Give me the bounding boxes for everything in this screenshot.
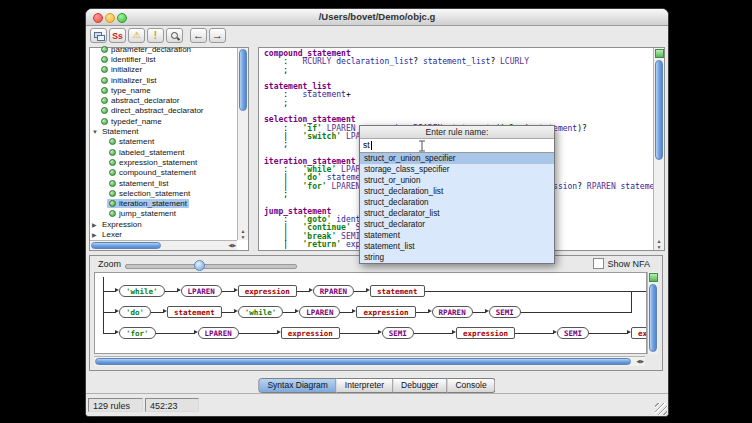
rule-suggestion-item[interactable]: statement_list bbox=[360, 241, 554, 252]
rule-suggestion-item[interactable]: statement bbox=[360, 230, 554, 241]
back-button[interactable]: ← bbox=[190, 28, 207, 43]
tree-item-type_name[interactable]: type_name bbox=[90, 85, 237, 95]
diagram-node-tok: SEMI bbox=[382, 327, 414, 339]
syntax-coloring-icon: Ss bbox=[112, 31, 122, 41]
code-line: ; bbox=[264, 67, 653, 75]
pane-splitter-button[interactable] bbox=[655, 49, 664, 58]
diagram-horizontal-scrollbar[interactable]: ◀▶ bbox=[94, 356, 645, 366]
show-nfa-label: Show NFA bbox=[607, 259, 650, 269]
rule-suggestion-item[interactable]: struct_declarator bbox=[360, 219, 554, 230]
zoom-label: Zoom bbox=[98, 259, 121, 269]
tree-item-statement[interactable]: statement bbox=[90, 137, 237, 147]
rule-icon bbox=[109, 180, 116, 187]
tree-item-compound_statement[interactable]: compound_statement bbox=[90, 168, 237, 178]
tree-item-expression_statement[interactable]: expression_statement bbox=[90, 157, 237, 167]
scroll-arrow-icons[interactable]: ▲▼ bbox=[238, 228, 248, 240]
text-caret bbox=[371, 141, 372, 150]
tree-item-content: identifier_list bbox=[99, 55, 157, 64]
tree-item-content: compound_statement bbox=[107, 168, 198, 177]
diagram-node-tok: SEMI bbox=[489, 306, 521, 318]
connector-arrow-icon bbox=[416, 305, 432, 319]
diagram-vertical-scrollbar[interactable] bbox=[647, 272, 658, 354]
tree-item-abstract_declarator[interactable]: abstract_declarator bbox=[90, 95, 237, 105]
diagram-vertical-scroll-thumb[interactable] bbox=[649, 284, 657, 352]
disclosure-triangle-icon[interactable]: ▶ bbox=[92, 231, 100, 238]
rules-count-field: 129 rules bbox=[88, 398, 143, 412]
tree-item-label: parameter_declaration bbox=[111, 45, 191, 54]
tree-item-parameter_declaration[interactable]: parameter_declaration bbox=[90, 44, 237, 54]
rule-name-input[interactable]: st bbox=[360, 139, 554, 153]
tree-item-label: statement bbox=[119, 137, 154, 146]
tree-item-expression[interactable]: ▶Expression bbox=[90, 219, 237, 229]
syntax-coloring-button[interactable]: Ss bbox=[109, 28, 126, 43]
scroll-arrow-icons[interactable]: ◀▶ bbox=[636, 357, 644, 366]
rule-list-button[interactable] bbox=[90, 28, 107, 43]
tree-item-statement_list[interactable]: statement_list bbox=[90, 178, 237, 188]
rule-suggestion-item[interactable]: struct_declaration bbox=[360, 197, 554, 208]
code-line: : statement+ bbox=[264, 91, 653, 99]
tree-horizontal-scrollbar[interactable]: ◀▶ bbox=[90, 240, 237, 250]
rule-icon bbox=[109, 169, 116, 176]
tree-item-initializer[interactable]: initializer bbox=[90, 65, 237, 75]
tree-item-content: jump_statement bbox=[107, 209, 178, 218]
diagram-node-lit: 'while' bbox=[238, 306, 284, 318]
diagram-horizontal-scroll-thumb[interactable] bbox=[95, 358, 631, 365]
tree-item-content: initializer_list bbox=[99, 76, 158, 85]
show-nfa-checkbox[interactable] bbox=[593, 258, 604, 269]
tree-horizontal-scroll-thumb[interactable] bbox=[91, 242, 161, 249]
editor-vertical-scrollbar[interactable]: ▲▼ bbox=[653, 48, 664, 250]
zoom-slider[interactable] bbox=[125, 264, 297, 269]
tab-console[interactable]: Console bbox=[447, 378, 495, 393]
rule-suggestion-item[interactable]: storage_class_specifier bbox=[360, 164, 554, 175]
rules-tree[interactable]: parameter_declarationidentifier_listinit… bbox=[90, 44, 237, 240]
zoom-slider-thumb[interactable] bbox=[194, 260, 205, 271]
tree-vertical-scroll-thumb[interactable] bbox=[239, 49, 247, 111]
tree-item-statement[interactable]: ▼Statement bbox=[90, 126, 237, 136]
tab-debugger[interactable]: Debugger bbox=[393, 378, 447, 393]
tree-item-initializer_list[interactable]: initializer_list bbox=[90, 75, 237, 85]
pane-splitter-button[interactable] bbox=[649, 273, 658, 282]
ideas-button[interactable]: ! bbox=[147, 28, 164, 43]
editor-vertical-scroll-thumb[interactable] bbox=[655, 60, 663, 160]
connector-arrow-icon bbox=[151, 305, 167, 319]
connector-arrow-icon bbox=[222, 284, 238, 298]
rule-suggestion-item[interactable]: struct_declarator_list bbox=[360, 208, 554, 219]
tree-item-jump_statement[interactable]: jump_statement bbox=[90, 209, 237, 219]
tree-item-lexer[interactable]: ▶Lexer bbox=[90, 229, 237, 239]
tree-item-direct_abstract_declarator[interactable]: direct_abstract_declarator bbox=[90, 106, 237, 116]
statusbar: 129 rules 452:23 bbox=[86, 393, 668, 416]
tree-item-content: type_name bbox=[99, 86, 153, 95]
tree-vertical-scrollbar[interactable]: ▲▼ bbox=[237, 48, 248, 240]
rule-icon bbox=[101, 107, 108, 114]
tree-item-selection_statement[interactable]: selection_statement bbox=[90, 188, 237, 198]
tab-syntax-diagram[interactable]: Syntax Diagram bbox=[258, 378, 336, 393]
search-icon bbox=[170, 31, 180, 41]
disclosure-triangle-icon[interactable]: ▶ bbox=[92, 221, 100, 228]
rule-icon bbox=[109, 159, 116, 166]
titlebar[interactable]: /Users/bovet/Demo/objc.g bbox=[86, 9, 668, 26]
window-title: /Users/bovet/Demo/objc.g bbox=[86, 11, 668, 22]
scroll-arrow-icons[interactable]: ▲▼ bbox=[654, 238, 664, 250]
tree-item-content: direct_abstract_declarator bbox=[99, 106, 206, 115]
disclosure-triangle-icon[interactable]: ▼ bbox=[92, 129, 100, 135]
tree-item-typedef_name[interactable]: typedef_name bbox=[90, 116, 237, 126]
tab-interpreter[interactable]: Interpreter bbox=[337, 378, 393, 393]
rule-suggestion-item[interactable]: struct_declaration_list bbox=[360, 186, 554, 197]
find-button[interactable] bbox=[166, 28, 183, 43]
rule-suggestion-item[interactable]: struct_or_union bbox=[360, 175, 554, 186]
resize-grip[interactable] bbox=[655, 403, 667, 415]
tree-item-iteration_statement[interactable]: iteration_statement bbox=[90, 198, 237, 208]
scroll-arrow-icons[interactable]: ◀▶ bbox=[228, 241, 236, 250]
diagram-node-rule: expression bbox=[456, 327, 515, 339]
forward-button[interactable]: → bbox=[209, 28, 226, 43]
rule-suggestion-item[interactable]: struct_or_union_specifier bbox=[360, 153, 554, 164]
tree-item-identifier_list[interactable]: identifier_list bbox=[90, 54, 237, 64]
rule-icon bbox=[109, 138, 116, 145]
tree-item-labeled_statement[interactable]: labeled_statement bbox=[90, 147, 237, 157]
caret-position-field: 452:23 bbox=[145, 398, 199, 412]
diagram-node-tok: RPAREN bbox=[432, 306, 473, 318]
ibeam-cursor-icon bbox=[418, 140, 426, 156]
rule-suggestion-item[interactable]: string bbox=[360, 252, 554, 263]
rule-suggestion-list[interactable]: struct_or_union_specifierstorage_class_s… bbox=[360, 153, 554, 263]
check-grammar-button[interactable]: ⚠ bbox=[128, 28, 145, 43]
